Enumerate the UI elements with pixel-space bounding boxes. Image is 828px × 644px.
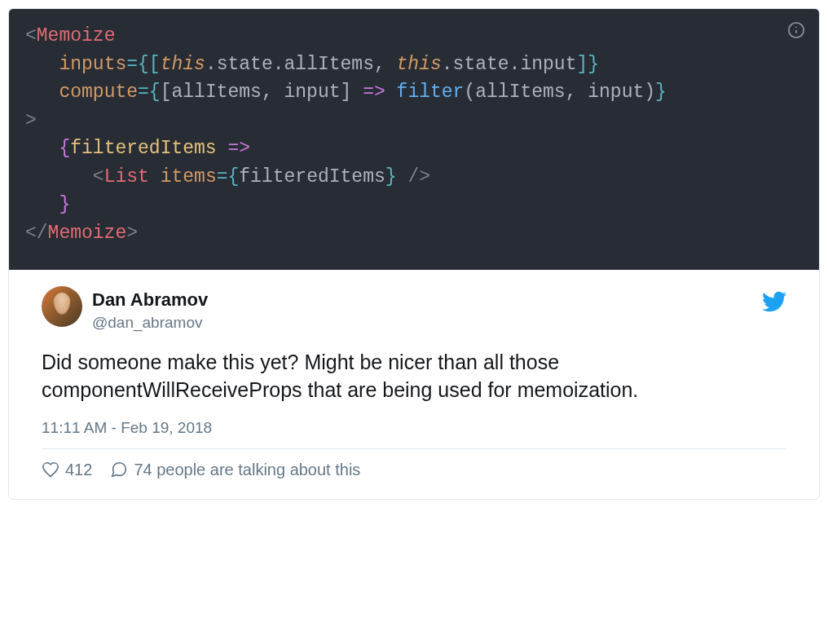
author-block[interactable]: Dan Abramov @dan_abramov [92, 286, 208, 333]
like-action[interactable]: 412 [42, 461, 92, 479]
tweet-card: <Memoize inputs={[this.state.allItems, t… [8, 8, 820, 500]
code-line-7: } [25, 194, 70, 215]
code-line-2: inputs={[this.state.allItems, this.state… [25, 54, 599, 75]
code-line-5: {filteredItems => [25, 138, 250, 159]
tweet-timestamp: 11:11 AM - Feb 19, 2018 [42, 419, 786, 437]
likes-count: 412 [65, 461, 92, 479]
heart-icon [42, 461, 59, 479]
tweet-actions: 412 74 people are talking about this [42, 461, 786, 479]
svg-point-2 [795, 26, 797, 28]
replies-action[interactable]: 74 people are talking about this [110, 461, 360, 479]
code-line-4: > [25, 110, 37, 131]
author-handle: @dan_abramov [92, 312, 208, 333]
author-name: Dan Abramov [92, 288, 208, 312]
code-block: <Memoize inputs={[this.state.allItems, t… [9, 9, 819, 270]
divider [42, 448, 786, 449]
info-icon[interactable] [786, 20, 806, 40]
code-line-8: </Memoize> [25, 223, 138, 244]
tweet-header: Dan Abramov @dan_abramov [42, 286, 786, 333]
speech-bubble-icon [110, 461, 128, 479]
tweet-body: Dan Abramov @dan_abramov Did someone mak… [9, 270, 819, 499]
code-line-1: <Memoize [25, 25, 115, 46]
twitter-bird-icon[interactable] [762, 289, 786, 317]
code-line-6: <List items={filteredItems} /> [25, 166, 430, 187]
replies-text: 74 people are talking about this [134, 461, 360, 479]
tweet-text: Did someone make this yet? Might be nice… [42, 349, 786, 404]
code-line-3: compute={[allItems, input] => filter(all… [25, 82, 667, 103]
avatar[interactable] [42, 286, 82, 327]
